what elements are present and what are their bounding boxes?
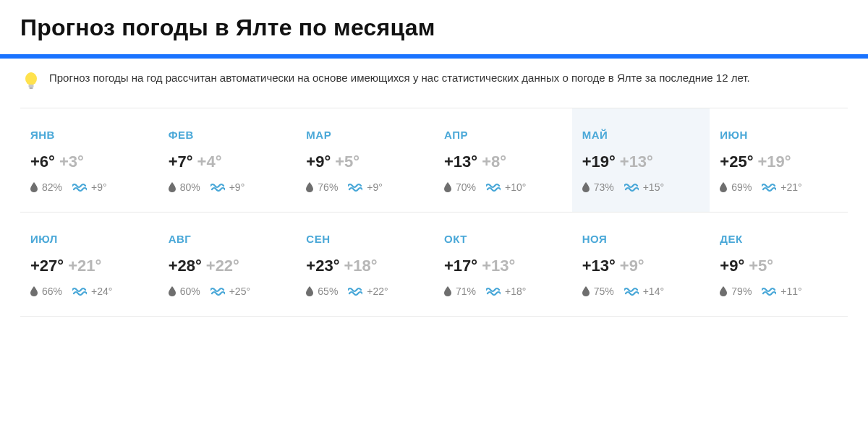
month-temps: +9°+5° (306, 153, 424, 171)
month-label: НОЯ (582, 233, 700, 245)
month-cell[interactable]: ФЕВ+7°+4°80%+9° (158, 108, 297, 212)
temp-low: +8° (482, 153, 506, 171)
water-temp-value: +18° (505, 286, 526, 297)
temp-high: +17° (444, 257, 477, 275)
month-temps: +28°+22° (169, 257, 286, 275)
svg-rect-1 (29, 85, 34, 87)
month-cell[interactable]: ИЮЛ+27°+21°66%+24° (20, 212, 158, 317)
temp-low: +3° (59, 153, 84, 171)
temp-high: +9° (720, 257, 744, 275)
month-label: ИЮН (720, 129, 838, 141)
temp-high: +27° (30, 257, 64, 275)
temp-low: +13° (482, 257, 515, 275)
drop-icon (306, 286, 313, 296)
month-label: СЕН (306, 233, 424, 245)
month-cell[interactable]: МАЙ+19°+13°73%+15° (572, 108, 710, 212)
month-cell[interactable]: ДЕК+9°+5°79%+11° (710, 212, 848, 317)
water-temp-value: +14° (643, 286, 664, 297)
humidity-value: 75% (594, 286, 614, 297)
humidity-value: 80% (180, 181, 200, 193)
wave-icon (762, 183, 776, 192)
humidity-value: 73% (594, 181, 614, 193)
temp-high: +28° (169, 257, 202, 275)
humidity-value: 60% (180, 286, 200, 297)
water-temp-value: +24° (91, 286, 112, 297)
wave-icon (486, 183, 501, 192)
month-meta: 60%+25° (169, 286, 286, 297)
water-temp-value: +9° (367, 181, 383, 193)
month-cell[interactable]: МАР+9°+5°76%+9° (296, 108, 434, 212)
month-cell[interactable]: АВГ+28°+22°60%+25° (158, 212, 297, 317)
wave-icon (762, 287, 776, 296)
humidity-value: 82% (42, 181, 62, 193)
month-meta: 66%+24° (30, 286, 148, 297)
water-temp-value: +10° (505, 181, 526, 193)
month-label: ИЮЛ (30, 233, 148, 245)
wave-icon (624, 287, 639, 296)
svg-point-0 (25, 72, 37, 85)
month-cell[interactable]: ОКТ+17°+13°71%+18° (434, 212, 572, 317)
temp-low: +9° (620, 257, 644, 275)
drop-icon (30, 182, 38, 192)
month-cell[interactable]: ЯНВ+6°+3°82%+9° (20, 108, 158, 212)
temp-high: +19° (582, 153, 616, 171)
month-label: ФЕВ (169, 129, 286, 141)
month-meta: 80%+9° (169, 181, 286, 193)
wave-icon (348, 287, 362, 296)
humidity-value: 71% (456, 286, 476, 297)
month-label: АПР (444, 129, 562, 141)
months-grid: ЯНВ+6°+3°82%+9°ФЕВ+7°+4°80%+9°МАР+9°+5°7… (20, 108, 848, 317)
water-temp-value: +9° (229, 181, 245, 193)
wave-icon (348, 183, 362, 192)
drop-icon (720, 286, 727, 296)
month-meta: 69%+21° (720, 181, 838, 193)
drop-icon (169, 182, 176, 192)
month-label: МАР (306, 129, 424, 141)
month-label: АВГ (169, 233, 286, 245)
wave-icon (210, 183, 225, 192)
month-cell[interactable]: НОЯ+13°+9°75%+14° (572, 212, 710, 317)
month-label: ОКТ (444, 233, 562, 245)
svg-rect-2 (30, 87, 33, 89)
temp-low: +5° (749, 257, 773, 275)
humidity-value: 76% (318, 181, 338, 193)
temp-high: +6° (30, 153, 55, 171)
drop-icon (30, 286, 38, 296)
notice-banner: Прогноз погоды на год рассчитан автомати… (20, 59, 848, 108)
temp-low: +5° (335, 153, 359, 171)
temp-high: +25° (720, 153, 753, 171)
month-meta: 75%+14° (582, 286, 700, 297)
drop-icon (306, 182, 313, 192)
wave-icon (72, 183, 87, 192)
month-label: ЯНВ (30, 129, 148, 141)
month-meta: 71%+18° (444, 286, 562, 297)
drop-icon (582, 182, 590, 192)
wave-icon (72, 287, 87, 296)
humidity-value: 79% (731, 286, 752, 297)
month-meta: 82%+9° (30, 181, 148, 193)
wave-icon (486, 287, 501, 296)
wave-icon (210, 287, 225, 296)
drop-icon (582, 286, 590, 296)
humidity-value: 66% (42, 286, 62, 297)
month-temps: +25°+19° (720, 153, 838, 171)
month-cell[interactable]: ИЮН+25°+19°69%+21° (710, 108, 848, 212)
month-label: МАЙ (582, 129, 700, 141)
wave-icon (624, 183, 639, 192)
month-meta: 65%+22° (306, 286, 424, 297)
temp-low: +22° (206, 257, 239, 275)
month-meta: 73%+15° (582, 181, 700, 193)
water-temp-value: +11° (780, 286, 801, 297)
month-cell[interactable]: СЕН+23°+18°65%+22° (296, 212, 434, 317)
water-temp-value: +22° (367, 286, 388, 297)
temp-high: +13° (582, 257, 616, 275)
month-temps: +13°+9° (582, 257, 700, 275)
month-temps: +9°+5° (720, 257, 838, 275)
temp-high: +13° (444, 153, 477, 171)
month-cell[interactable]: АПР+13°+8°70%+10° (434, 108, 572, 212)
drop-icon (720, 182, 727, 192)
page-title: Прогноз погоды в Ялте по месяцам (20, 14, 848, 41)
humidity-value: 65% (318, 286, 338, 297)
temp-high: +23° (306, 257, 339, 275)
lightbulb-icon (23, 72, 39, 95)
